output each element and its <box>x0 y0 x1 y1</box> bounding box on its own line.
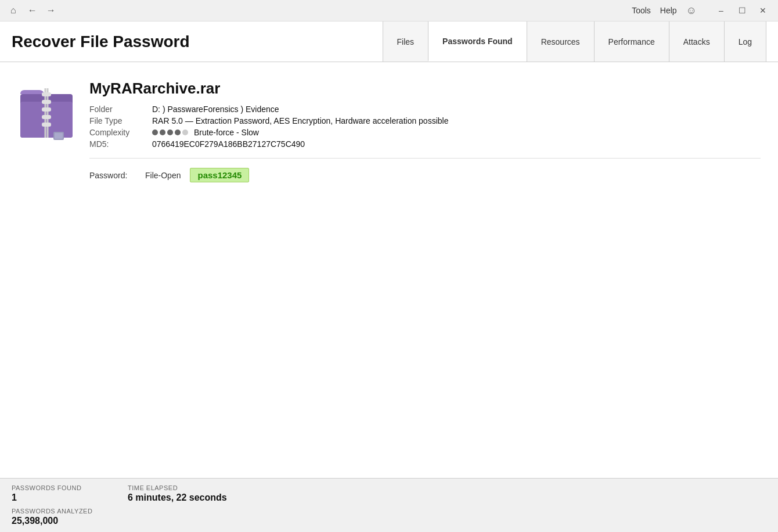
statusbar: PASSWORDS FOUND 1 TIME ELAPSED 6 minutes… <box>0 478 778 532</box>
minimize-button[interactable]: – <box>713 3 729 17</box>
close-button[interactable]: ✕ <box>755 3 771 17</box>
titlebar: ⌂ ← → Tools Help ☺ – ☐ ✕ <box>0 0 778 21</box>
password-type: File-Open <box>145 171 181 180</box>
tab-files[interactable]: Files <box>383 21 428 62</box>
dot-3 <box>167 130 173 135</box>
filetype-label: File Type <box>89 116 147 125</box>
tab-passwords-found[interactable]: Passwords Found <box>428 21 527 62</box>
tab-log[interactable]: Log <box>724 21 766 62</box>
svg-rect-1 <box>20 102 73 138</box>
password-label: Password: <box>89 171 136 180</box>
tab-performance[interactable]: Performance <box>594 21 669 62</box>
svg-rect-6 <box>42 107 51 112</box>
dot-5 <box>182 130 188 135</box>
svg-rect-8 <box>42 123 51 127</box>
titlebar-right: Tools Help ☺ – ☐ ✕ <box>632 3 771 17</box>
md5-value: 0766419EC0F279A186BB27127C75C490 <box>152 139 305 149</box>
complexity-row: Complexity Brute-force - Slow <box>89 128 761 137</box>
filetype-row: File Type RAR 5.0 — Extraction Password,… <box>89 116 761 125</box>
passwords-found-value: 1 <box>12 493 128 503</box>
header: Recover File Password Files Passwords Fo… <box>0 21 778 62</box>
help-menu[interactable]: Help <box>660 6 677 15</box>
divider <box>89 158 761 159</box>
passwords-analyzed-stat: PASSWORDS ANALYZED 25,398,000 <box>12 508 128 526</box>
main-content: MyRARarchive.rar Folder D: ) PasswareFor… <box>0 62 778 478</box>
password-value: pass12345 <box>190 168 249 182</box>
file-details: MyRARarchive.rar Folder D: ) PasswareFor… <box>89 80 761 182</box>
password-row: Password: File-Open pass12345 <box>89 168 761 182</box>
passwords-found-stat: PASSWORDS FOUND 1 <box>12 484 128 503</box>
md5-label: MD5: <box>89 139 147 149</box>
folder-label: Folder <box>89 105 147 114</box>
time-elapsed-label: TIME ELAPSED <box>128 484 244 491</box>
complexity-dots: Brute-force - Slow <box>152 128 259 137</box>
tab-resources[interactable]: Resources <box>527 21 594 62</box>
titlebar-left: ⌂ ← → <box>7 4 59 17</box>
dot-2 <box>160 130 165 135</box>
time-elapsed-value: 6 minutes, 22 seconds <box>128 493 244 503</box>
dot-1 <box>152 130 158 135</box>
svg-rect-5 <box>42 100 51 104</box>
tab-bar: Files Passwords Found Resources Performa… <box>383 21 766 62</box>
complexity-label: Complexity <box>89 128 147 137</box>
file-name: MyRARarchive.rar <box>89 80 761 98</box>
svg-rect-4 <box>42 92 51 96</box>
file-info: MyRARarchive.rar Folder D: ) PasswareFor… <box>17 80 761 182</box>
passwords-analyzed-label: PASSWORDS ANALYZED <box>12 508 128 515</box>
tab-attacks[interactable]: Attacks <box>669 21 724 62</box>
file-icon <box>17 80 75 143</box>
svg-rect-7 <box>42 115 51 119</box>
window-controls: – ☐ ✕ <box>713 3 771 17</box>
tools-menu[interactable]: Tools <box>632 6 651 15</box>
filetype-value: RAR 5.0 — Extraction Password, AES Encry… <box>152 116 448 125</box>
page-title: Recover File Password <box>12 33 190 51</box>
folder-row: Folder D: ) PasswareForensics ) Evidence <box>89 105 761 114</box>
nav-buttons: ← → <box>24 4 59 17</box>
passwords-found-label: PASSWORDS FOUND <box>12 484 128 491</box>
back-button[interactable]: ← <box>24 4 41 17</box>
forward-button[interactable]: → <box>43 4 59 17</box>
home-button[interactable]: ⌂ <box>7 4 20 17</box>
svg-rect-10 <box>55 133 63 139</box>
complexity-text: Brute-force - Slow <box>194 128 259 137</box>
folder-value: D: ) PasswareForensics ) Evidence <box>152 105 279 114</box>
dot-4 <box>175 130 181 135</box>
maximize-button[interactable]: ☐ <box>734 3 750 17</box>
smiley-icon[interactable]: ☺ <box>686 5 697 17</box>
md5-row: MD5: 0766419EC0F279A186BB27127C75C490 <box>89 139 761 149</box>
time-elapsed-stat: TIME ELAPSED 6 minutes, 22 seconds <box>128 484 244 503</box>
passwords-analyzed-value: 25,398,000 <box>12 516 128 526</box>
